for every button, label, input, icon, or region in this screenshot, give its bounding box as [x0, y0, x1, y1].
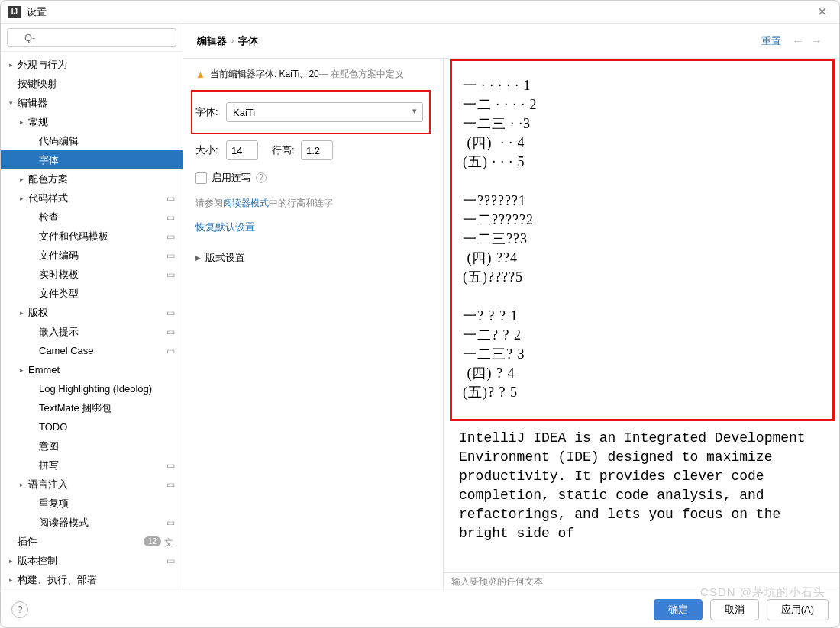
sidebar-item[interactable]: 按键映射 — [1, 74, 183, 93]
warning-row: ▲ 当前编辑器字体: KaiTi、20 — 在配色方案中定义 — [195, 68, 431, 81]
preview-hint: 输入要预览的任何文本 — [444, 572, 839, 591]
preview-column: 一 · · · · · 1一二 · · · · 2一二三 · ·3 (四) · … — [443, 59, 839, 591]
main: 编辑器 › 字体 重置 ← → ▲ 当前编辑器字体: KaiTi、20 — 在配… — [183, 24, 839, 591]
preview-line: (五) · · · 5 — [463, 153, 822, 172]
sidebar-item-label: 文件类型 — [39, 287, 175, 301]
sidebar-item[interactable]: ▸版权▭ — [1, 303, 183, 322]
preview-highlight-box: 一 · · · · · 1一二 · · · · 2一二三 · ·3 (四) · … — [450, 59, 835, 421]
highlight-box: 字体: — [191, 90, 431, 134]
sidebar-item-label: Log Highlighting (Ideolog) — [39, 383, 175, 395]
close-icon[interactable]: ✕ — [813, 5, 832, 19]
sidebar-item-label: 代码编辑 — [39, 134, 175, 148]
nav-back-icon[interactable]: ← — [792, 34, 804, 48]
chevron-right-icon: ▶ — [195, 254, 201, 262]
chevron-right-icon: ▸ — [4, 557, 18, 565]
sidebar-item[interactable]: ▸版本控制▭ — [1, 551, 183, 570]
cancel-button[interactable]: 取消 — [710, 599, 759, 620]
sidebar-item-label: 语言注入 — [28, 478, 163, 491]
chevron-right-icon: ▸ — [4, 576, 18, 584]
sidebar-item-label: 代码样式 — [28, 192, 163, 205]
ligatures-checkbox[interactable] — [195, 172, 207, 184]
preview-line: (五)????5 — [463, 268, 822, 287]
sidebar-item[interactable]: ▸构建、执行、部署 — [1, 570, 183, 589]
preview-line: 一二三? 3 — [463, 345, 822, 364]
sidebar-item[interactable]: Log Highlighting (Ideolog) — [1, 379, 183, 398]
sidebar: Q ▸外观与行为按键映射▾编辑器▸常规代码编辑字体▸配色方案▸代码样式▭检查▭文… — [1, 24, 183, 591]
apply-button[interactable]: 应用(A) — [767, 599, 829, 620]
sidebar-item[interactable]: 文件类型 — [1, 284, 183, 303]
sidebar-item[interactable]: 文件编码▭ — [1, 246, 183, 265]
preview-line: (四) ? 4 — [463, 364, 822, 383]
sidebar-item-label: 常规 — [28, 115, 175, 129]
sidebar-item[interactable]: 插件12文 — [1, 532, 183, 551]
project-config-icon: ▭ — [166, 327, 175, 337]
preview-description: IntelliJ IDEA is an Integrated Developme… — [444, 429, 839, 548]
footer: ? 确定 取消 应用(A) — [1, 591, 839, 627]
font-select[interactable] — [226, 102, 423, 122]
size-input[interactable] — [226, 140, 258, 160]
sidebar-item-label: 版本控制 — [18, 554, 163, 568]
sidebar-item[interactable]: ▸外观与行为 — [1, 55, 183, 74]
preview-area[interactable]: 一 · · · · · 1一二 · · · · 2一二三 · ·3 (四) · … — [444, 59, 839, 572]
form-column: ▲ 当前编辑器字体: KaiTi、20 — 在配色方案中定义 字体: — [183, 59, 443, 591]
sidebar-item[interactable]: ▾编辑器 — [1, 93, 183, 112]
project-config-icon: ▭ — [166, 460, 175, 471]
sidebar-item-label: 意图 — [39, 440, 175, 453]
reset-link[interactable]: 重置 — [761, 34, 781, 48]
sidebar-item[interactable]: 阅读器模式▭ — [1, 513, 183, 532]
sidebar-item-label: 文件编码 — [39, 249, 163, 262]
search-input[interactable] — [7, 28, 176, 47]
sidebar-item[interactable]: TextMate 捆绑包 — [1, 398, 183, 417]
crumb-editor[interactable]: 编辑器 — [197, 34, 227, 48]
reader-mode-link[interactable]: 阅读器模式 — [223, 198, 269, 208]
window-title: 设置 — [27, 5, 813, 19]
sidebar-item[interactable]: ▸Emmet — [1, 360, 183, 379]
ligatures-row[interactable]: 启用连写 ? — [195, 171, 431, 185]
chevron-right-icon: ▸ — [15, 118, 28, 126]
sidebar-item[interactable]: 重复项 — [1, 494, 183, 513]
project-config-icon: ▭ — [166, 193, 175, 204]
sidebar-item[interactable]: 意图 — [1, 436, 183, 456]
restore-defaults-link[interactable]: 恢复默认设置 — [195, 221, 255, 234]
project-config-icon: ▭ — [166, 231, 175, 242]
help-icon[interactable]: ? — [256, 172, 267, 183]
sidebar-item[interactable]: ▸语言注入▭ — [1, 475, 183, 494]
chevron-right-icon: ▸ — [15, 195, 28, 202]
sidebar-item[interactable]: 实时模板▭ — [1, 265, 183, 284]
sidebar-item[interactable]: ▸代码样式▭ — [1, 188, 183, 208]
sidebar-item[interactable]: ▸配色方案 — [1, 169, 183, 188]
sidebar-item[interactable]: 文件和代码模板▭ — [1, 227, 183, 246]
ok-button[interactable]: 确定 — [654, 599, 703, 620]
sidebar-item[interactable]: 检查▭ — [1, 208, 183, 227]
help-button[interactable]: ? — [11, 601, 28, 618]
chevron-right-icon: › — [231, 37, 234, 45]
nav-fwd-icon[interactable]: → — [810, 34, 822, 48]
sidebar-item-label: 实时模板 — [39, 268, 163, 282]
sidebar-item[interactable]: ▸常规 — [1, 112, 183, 131]
preview-line: 一二?????2 — [463, 211, 822, 230]
preview-line: 一二三??3 — [463, 230, 822, 249]
font-row: 字体: — [195, 102, 423, 122]
sidebar-item[interactable]: 代码编辑 — [1, 131, 183, 150]
sidebar-item[interactable]: Camel Case▭ — [1, 341, 183, 360]
sidebar-item-label: 编辑器 — [18, 96, 175, 110]
preview-line: 一二 · · · · 2 — [463, 95, 822, 114]
sidebar-item[interactable]: TODO — [1, 417, 183, 436]
sidebar-item[interactable]: 嵌入提示▭ — [1, 322, 183, 341]
settings-tree[interactable]: ▸外观与行为按键映射▾编辑器▸常规代码编辑字体▸配色方案▸代码样式▭检查▭文件和… — [1, 52, 183, 591]
warning-suffix: — 在配色方案中定义 — [319, 68, 404, 81]
preview-line: 一? ? ? 1 — [463, 307, 822, 326]
sidebar-item-label: 插件 — [18, 535, 141, 549]
lineheight-input[interactable] — [301, 140, 333, 160]
font-label: 字体: — [195, 105, 226, 119]
typography-label: 版式设置 — [205, 251, 245, 265]
warning-icon: ▲ — [195, 69, 205, 80]
sidebar-item-label: 按键映射 — [18, 77, 175, 91]
typography-section[interactable]: ▶ 版式设置 — [195, 251, 431, 265]
project-config-icon: ▭ — [166, 556, 175, 566]
sidebar-item[interactable]: 拼写▭ — [1, 456, 183, 475]
project-config-icon: ▭ — [166, 517, 175, 528]
chevron-right-icon: ▸ — [15, 309, 28, 317]
sidebar-item[interactable]: 字体 — [1, 150, 183, 169]
sidebar-item-label: 重复项 — [39, 497, 175, 510]
